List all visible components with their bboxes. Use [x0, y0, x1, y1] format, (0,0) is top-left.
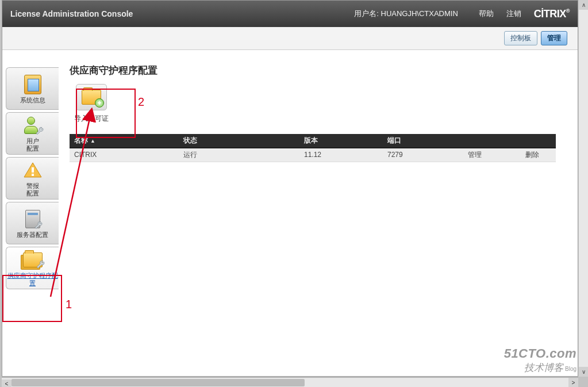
- dashboard-button[interactable]: 控制板: [504, 31, 537, 45]
- column-delete: [521, 134, 556, 148]
- folders-wrench-icon: [22, 249, 44, 271]
- scroll-thumb[interactable]: [11, 379, 305, 386]
- sidebar: 系统信息 用户 配置 警报 配置 服务器配置: [2, 50, 63, 376]
- svg-rect-1: [32, 174, 34, 176]
- svg-rect-0: [32, 167, 34, 173]
- user-wrench-icon: [22, 114, 44, 136]
- sidebar-item-system-info[interactable]: 系统信息: [6, 67, 59, 110]
- column-port[interactable]: 端口: [383, 134, 463, 148]
- column-manage: [463, 134, 521, 148]
- app-title: License Administration Console: [10, 9, 133, 18]
- cell-version: 11.12: [299, 148, 383, 162]
- server-wrench-icon: [22, 208, 44, 230]
- manage-link[interactable]: 管理: [463, 148, 521, 162]
- content-area: 系统信息 用户 配置 警报 配置 服务器配置: [2, 50, 578, 376]
- administration-button[interactable]: 管理: [541, 31, 567, 45]
- header-bar: License Administration Console 用户名: HUAN…: [2, 1, 578, 27]
- scroll-down-icon[interactable]: ∨: [579, 367, 588, 377]
- table-row: CITRIX 运行 11.12 7279 管理 删除: [70, 148, 556, 162]
- import-license-icon: +: [76, 84, 107, 110]
- delete-link[interactable]: 删除: [521, 148, 556, 162]
- mode-bar: 控制板 管理: [2, 27, 578, 50]
- logout-link[interactable]: 注销: [506, 9, 521, 19]
- app-window: License Administration Console 用户名: HUAN…: [2, 0, 578, 377]
- column-name[interactable]: 名称▲: [70, 134, 179, 148]
- scroll-up-icon[interactable]: ∧: [579, 0, 588, 10]
- daemon-table: 名称▲ 状态 版本 端口 CITRIX 运行 11.12: [70, 134, 556, 162]
- username-display: 用户名: HUANGJH\CTXADMIN: [354, 9, 458, 19]
- clipboard-icon: [22, 74, 44, 95]
- column-status[interactable]: 状态: [179, 134, 299, 148]
- sidebar-item-alert-config[interactable]: 警报 配置: [6, 157, 59, 200]
- cell-name: CITRIX: [70, 148, 179, 162]
- scroll-left-icon[interactable]: <: [2, 380, 11, 388]
- horizontal-scrollbar[interactable]: < >: [2, 377, 578, 387]
- sidebar-item-server-config[interactable]: 服务器配置: [6, 202, 59, 244]
- page-title: 供应商守护程序配置: [70, 64, 566, 77]
- sort-asc-icon: ▲: [90, 138, 95, 144]
- import-license-button[interactable]: + 导入许可证: [74, 84, 109, 124]
- help-link[interactable]: 帮助: [479, 9, 494, 19]
- cell-port: 7279: [383, 148, 463, 162]
- sidebar-item-vendor-daemon-config[interactable]: 供应商守护程序配置: [6, 247, 59, 289]
- scroll-right-icon[interactable]: >: [568, 378, 578, 387]
- citrix-logo: CİTRIX®: [534, 8, 570, 20]
- warning-wrench-icon: [22, 159, 44, 181]
- vertical-scrollbar[interactable]: ∧ ∨: [578, 0, 588, 377]
- sidebar-item-user-config[interactable]: 用户 配置: [6, 112, 59, 155]
- table-header: 名称▲ 状态 版本 端口: [70, 134, 556, 148]
- main-panel: 供应商守护程序配置 + 导入许可证 名称▲ 状态 版本 端口: [63, 50, 578, 376]
- cell-status: 运行: [179, 148, 299, 162]
- column-version[interactable]: 版本: [299, 134, 383, 148]
